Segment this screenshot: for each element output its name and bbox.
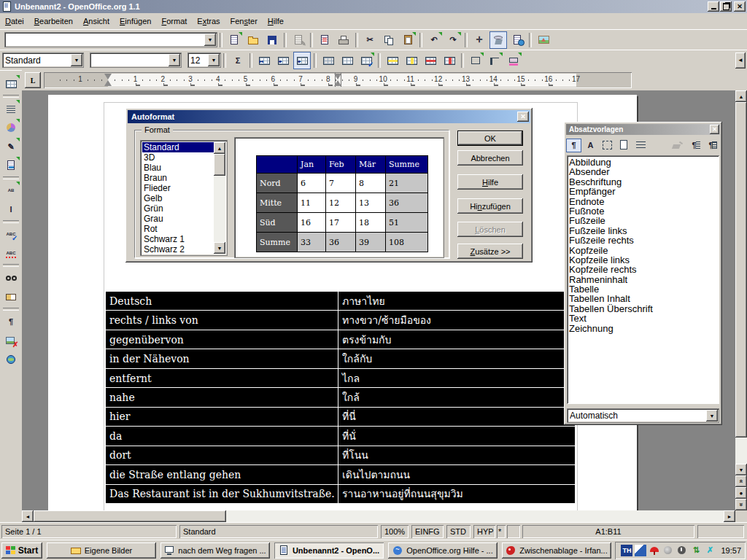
list-scrollbar[interactable]: ▲ ▼ [214,142,225,254]
menu-extras[interactable]: Extras [192,15,225,28]
draw-functions-button[interactable]: ✎ [1,137,20,156]
format-list-box[interactable]: Standard3DBlauBraunFliederGelbGrünGrauRo… [140,140,228,256]
stylist-title-bar[interactable]: Absatzvorlagen ✕ [566,124,720,135]
doc-table-cell-thai[interactable]: ทางขวา/ซ้ายมือของ [338,311,575,329]
split-vertical-button[interactable] [293,52,311,69]
format-list-item[interactable]: Schwarz 2 [142,244,214,254]
keyboard-layout-indicator[interactable]: TH [621,545,632,556]
vertical-scrollbar[interactable]: ▲ ▼ « ● » [735,90,747,510]
doc-table-cell-thai[interactable]: ภาษาไทย [338,292,575,310]
character-styles-button[interactable]: A [583,139,598,152]
ok-button[interactable]: OK [457,131,523,146]
undo-button[interactable]: ↶ [425,31,443,49]
style-list-item[interactable]: Abbildung [569,158,719,167]
volume-icon[interactable] [662,545,674,556]
doc-table-cell[interactable]: die Straße entlang gehen [106,465,338,483]
delete-column-button[interactable] [441,52,458,69]
task-openoffice-hilfe[interactable]: OpenOffice.org Hilfe - ... [388,542,498,559]
add-button[interactable]: Hinzufügen [457,198,523,214]
scroll-up-button[interactable]: ▲ [735,90,747,102]
dialog-title-bar[interactable]: Autoformat ✕ [128,110,530,123]
format-list-item[interactable]: Schwarz 1 [142,234,214,244]
menu-bearbeiten[interactable]: Bearbeiten [29,15,78,28]
status-page-style[interactable]: Standard [179,525,378,538]
style-list-item[interactable]: Kopfzeile [569,246,719,255]
previous-page-button[interactable]: « [735,475,747,487]
insert-object-button[interactable] [1,118,20,137]
doc-table-cell[interactable]: entfernt [106,369,338,387]
load-url-input[interactable] [5,33,204,47]
quickstarter-icon[interactable] [635,545,646,556]
redo-button[interactable]: ↷ [444,31,462,49]
doc-table-cell[interactable]: hier [106,408,338,426]
style-list-item[interactable]: Fußzeile [569,216,719,225]
format-list-item[interactable]: Grau [142,214,214,224]
page-styles-button[interactable] [616,139,632,152]
new-document-button[interactable] [225,31,243,49]
list-scroll-thumb[interactable] [214,154,225,176]
doc-table-cell[interactable]: Das Restaurant ist in der Sukhumvitstraß… [106,485,338,503]
doc-table-cell-thai[interactable]: ไกล [338,369,575,387]
paste-button[interactable] [399,31,417,49]
status-insert-mode[interactable]: EINFG [411,525,444,538]
vertical-scroll-thumb[interactable] [735,102,747,438]
font-size-combo[interactable]: ▼ [187,52,221,68]
doc-table-cell-thai[interactable]: ที่โนน [338,446,575,464]
menu-hilfe[interactable]: Hilfe [263,15,289,28]
paragraph-style-input[interactable] [3,53,71,67]
doc-table-cell[interactable]: Deutsch [106,292,338,310]
cancel-button[interactable]: Abbrechen [457,150,523,166]
next-page-button[interactable]: » [735,499,747,510]
menu-ansicht[interactable]: Ansicht [78,15,115,28]
style-dropdown-button[interactable]: ▼ [71,54,82,66]
menu-fenster[interactable]: Fenster [225,15,263,28]
font-name-combo[interactable]: ▼ [90,52,182,68]
stylist-close-button[interactable]: ✕ [710,125,719,134]
style-filter-input[interactable] [568,409,706,422]
horizontal-scroll-thumb[interactable] [34,510,226,522]
save-button[interactable] [263,31,281,49]
more-buttons-button[interactable]: ◄ [735,52,746,69]
format-list-item[interactable]: Blau [142,163,214,173]
style-list-item[interactable]: Kopfzeile links [569,255,719,265]
copy-button[interactable] [380,31,398,49]
close-button[interactable]: ✕ [734,1,746,12]
style-filter-combo[interactable]: ▼ [567,408,719,423]
format-list-item[interactable]: Standard [142,142,214,152]
format-list-item[interactable]: Grün [142,203,214,214]
form-functions-button[interactable] [1,156,20,175]
task-zwischenablage[interactable]: Zwischenablage - Irfan... [502,542,611,559]
scroll-right-button[interactable]: ► [724,510,735,522]
style-list-item[interactable]: Absender [569,167,719,176]
size-dropdown-button[interactable]: ▼ [208,54,220,66]
style-list-item[interactable]: Tabellen Inhalt [569,294,719,303]
menu-datei[interactable]: Datei [0,15,29,28]
restore-button[interactable] [720,1,732,12]
menu-format[interactable]: Format [156,15,192,28]
style-list-item[interactable]: Endnote [569,197,719,206]
format-list-item[interactable]: Braun [142,173,214,183]
merge-cells-button[interactable] [255,52,273,69]
sync-icon[interactable]: ⇅ [690,545,702,556]
status-page[interactable]: Seite 1 / 1 [1,525,177,538]
doc-table-cell-thai[interactable]: ตรงข้ามกับ [338,330,575,349]
autotext-button[interactable]: AB [1,181,20,200]
dialog-close-button[interactable]: ✕ [517,112,529,122]
new-style-from-selection-button[interactable]: ¶ [686,139,702,152]
load-url-dropdown-button[interactable]: ▼ [204,34,216,46]
doc-table-cell[interactable]: gegenübervon [106,330,338,349]
line-style-button[interactable] [486,52,503,69]
stylist-button[interactable] [489,31,507,49]
task-unbenannt2[interactable]: Unbenannt2 - OpenO... [274,542,384,559]
paragraph-styles-button[interactable]: ¶ [566,139,581,152]
format-list-item[interactable]: Flieder [142,183,214,193]
format-list-item[interactable]: Gelb [142,193,214,203]
doc-table-cell[interactable]: rechts / links von [106,311,338,329]
spellcheck-button[interactable]: ABC [1,225,20,244]
graphics-onoff-button[interactable] [1,331,20,350]
style-list-item[interactable]: Fußnote [569,206,719,216]
clock[interactable]: 19:57 [721,546,741,555]
list-scroll-down-button[interactable]: ▼ [214,242,225,254]
dialer-icon[interactable] [676,545,688,556]
task-eigene-bilder[interactable]: Eigene Bilder [47,542,156,559]
